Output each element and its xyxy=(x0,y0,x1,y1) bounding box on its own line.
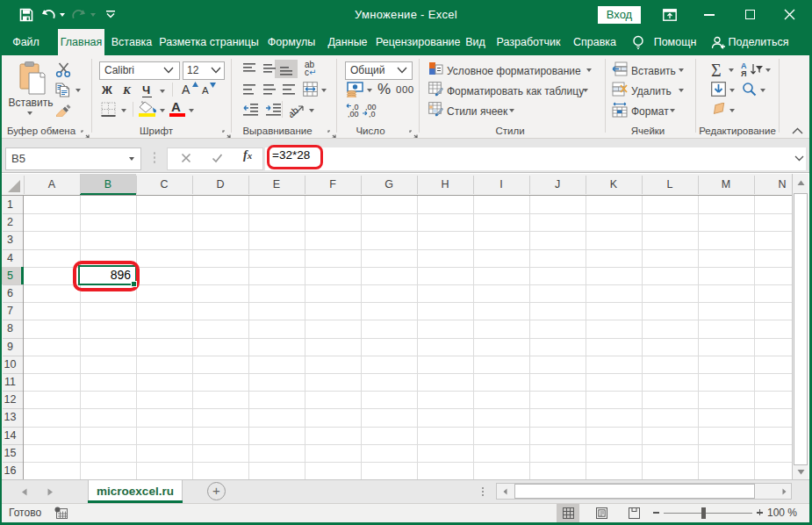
svg-text:,00: ,00 xyxy=(348,110,359,118)
svg-text:Я: Я xyxy=(741,69,746,77)
svg-text:,0: ,0 xyxy=(369,110,376,118)
